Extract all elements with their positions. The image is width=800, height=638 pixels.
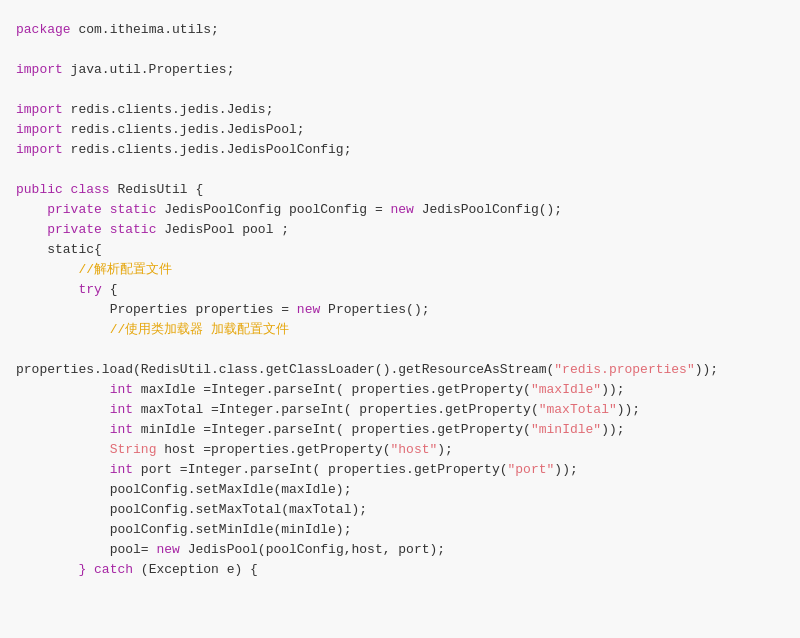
code-line: import redis.clients.jedis.JedisPool; [0, 120, 800, 140]
code-line: import java.util.Properties; [0, 60, 800, 80]
code-line: int maxIdle =Integer.parseInt( propertie… [0, 380, 800, 400]
code-line: Properties properties = new Properties()… [0, 300, 800, 320]
code-line: properties.load(RedisUtil.class.getClass… [0, 360, 800, 380]
code-line: poolConfig.setMinIdle(minIdle); [0, 520, 800, 540]
code-line: } catch (Exception e) { [0, 560, 800, 580]
code-line: import redis.clients.jedis.JedisPoolConf… [0, 140, 800, 160]
code-line: int maxTotal =Integer.parseInt( properti… [0, 400, 800, 420]
code-line: public class RedisUtil { [0, 180, 800, 200]
code-content: package com.itheima.utils; import java.u… [0, 12, 800, 588]
code-line [0, 80, 800, 100]
code-line: static{ [0, 240, 800, 260]
code-line: poolConfig.setMaxIdle(maxIdle); [0, 480, 800, 500]
code-line: private static JedisPoolConfig poolConfi… [0, 200, 800, 220]
code-line: try { [0, 280, 800, 300]
code-line [0, 160, 800, 180]
code-line: pool= new JedisPool(poolConfig,host, por… [0, 540, 800, 560]
code-line: //解析配置文件 [0, 260, 800, 280]
code-line [0, 40, 800, 60]
code-editor: package com.itheima.utils; import java.u… [0, 0, 800, 638]
code-line: import redis.clients.jedis.Jedis; [0, 100, 800, 120]
code-line: String host =properties.getProperty("hos… [0, 440, 800, 460]
code-line: int port =Integer.parseInt( properties.g… [0, 460, 800, 480]
code-line: private static JedisPool pool ; [0, 220, 800, 240]
code-line: poolConfig.setMaxTotal(maxTotal); [0, 500, 800, 520]
code-line [0, 340, 800, 360]
code-line: //使用类加载器 加载配置文件 [0, 320, 800, 340]
code-line: package com.itheima.utils; [0, 20, 800, 40]
code-line: int minIdle =Integer.parseInt( propertie… [0, 420, 800, 440]
